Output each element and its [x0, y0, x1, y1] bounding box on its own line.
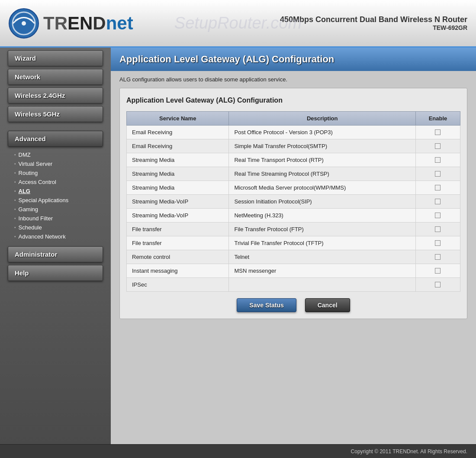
enable-checkbox[interactable]	[435, 199, 441, 204]
sidebar-help-button[interactable]: Help	[8, 265, 103, 281]
enable-checkbox[interactable]	[435, 171, 441, 177]
content-area: Application Level Gateway (ALG) Configur…	[111, 48, 476, 444]
enable-cell	[415, 278, 460, 292]
table-row: Streaming Media-VoIP NetMeeting (H.323)	[127, 209, 460, 223]
service-name-cell: Email Receiving	[127, 126, 229, 139]
sidebar-item-gaming[interactable]: • Gaming	[12, 205, 111, 214]
table-row: File transfer Trivial File Transfer Prot…	[127, 236, 460, 250]
enable-cell	[415, 153, 460, 167]
description-cell	[229, 278, 415, 292]
bullet-icon: •	[14, 198, 16, 203]
service-name-cell: Instant messaging	[127, 264, 229, 278]
table-row: IPSec	[127, 278, 460, 292]
table-row: Streaming Media Microsoft Media Server p…	[127, 181, 460, 195]
enable-checkbox[interactable]	[435, 226, 441, 232]
sidebar-item-inbound-filter-label: Inbound Filter	[19, 215, 53, 222]
bullet-icon: •	[14, 234, 16, 239]
logo-area: TR EN D n e t	[9, 8, 133, 39]
enable-checkbox[interactable]	[435, 157, 441, 163]
sidebar-item-inbound-filter[interactable]: • Inbound Filter	[12, 214, 111, 223]
table-row: Instant messaging MSN messenger	[127, 264, 460, 278]
bullet-icon: •	[14, 216, 16, 221]
service-name-cell: Streaming Media	[127, 167, 229, 181]
sidebar-item-alg-link[interactable]: ALG	[19, 188, 30, 194]
enable-cell	[415, 195, 460, 209]
service-name-cell: IPSec	[127, 278, 229, 292]
bullet-icon: •	[14, 152, 16, 157]
service-name-cell: Streaming Media-VoIP	[127, 209, 229, 223]
col-description: Description	[229, 112, 415, 126]
copyright-text: Copyright © 2011 TRENDnet. All Rights Re…	[351, 448, 467, 455]
enable-checkbox[interactable]	[435, 129, 441, 135]
sidebar-item-advanced-network-label: Advanced Network	[19, 233, 66, 240]
table-row: File transfer File Transfer Protocol (FT…	[127, 223, 460, 236]
enable-cell	[415, 181, 460, 195]
sidebar-item-advanced-network[interactable]: • Advanced Network	[12, 232, 111, 241]
enable-checkbox[interactable]	[435, 282, 441, 287]
sidebar-item-virtual-server[interactable]: • Virtual Server	[12, 159, 111, 168]
header-product-info: 450Mbps Concurrent Dual Band Wireless N …	[280, 15, 467, 31]
bullet-icon: •	[14, 225, 16, 230]
bullet-icon: •	[14, 189, 16, 194]
model-name: 450Mbps Concurrent Dual Band Wireless N …	[280, 15, 467, 24]
service-name-cell: File transfer	[127, 223, 229, 236]
sidebar-item-access-control-label: Access Control	[19, 179, 56, 185]
sidebar-item-special-applications[interactable]: • Special Applications	[12, 196, 111, 205]
sidebar-item-alg[interactable]: • ALG	[12, 187, 111, 196]
enable-checkbox[interactable]	[435, 240, 441, 246]
service-name-cell: Remote control	[127, 250, 229, 264]
bullet-icon: •	[14, 207, 16, 212]
enable-checkbox[interactable]	[435, 143, 441, 149]
description-cell: Real Time Transport Protocol (RTP)	[229, 153, 415, 167]
table-row: Streaming Media Real Time Transport Prot…	[127, 153, 460, 167]
sidebar-item-routing[interactable]: • Routing	[12, 168, 111, 177]
enable-checkbox[interactable]	[435, 254, 441, 260]
alg-table-card: Application Level Gateway (ALG) Configur…	[119, 88, 467, 319]
page-footer: Copyright © 2011 TRENDnet. All Rights Re…	[0, 444, 476, 458]
service-name-cell: Streaming Media	[127, 181, 229, 195]
description-cell: MSN messenger	[229, 264, 415, 278]
description-cell: Telnet	[229, 250, 415, 264]
enable-cell	[415, 223, 460, 236]
sidebar-advanced-items: • DMZ • Virtual Server • Routing • Acces…	[0, 149, 111, 242]
sidebar-wizard-button[interactable]: Wizard	[8, 50, 103, 66]
sidebar-item-special-apps-label: Special Applications	[19, 197, 69, 203]
cancel-button[interactable]: Cancel	[305, 298, 350, 312]
sidebar-wireless24-button[interactable]: Wireless 2.4GHz	[8, 87, 103, 103]
enable-cell	[415, 250, 460, 264]
page-header: TR EN D n e t SetupRouter.com 450Mbps Co…	[0, 0, 476, 48]
trendnet-logo-icon	[9, 8, 39, 39]
enable-cell	[415, 209, 460, 223]
sidebar-item-dmz-label: DMZ	[19, 152, 31, 158]
description-cell: Post Office Protocol - Version 3 (POP3)	[229, 126, 415, 139]
sidebar-wireless5-button[interactable]: Wireless 5GHz	[8, 106, 103, 122]
description-cell: Real Time Streaming Protocol (RTSP)	[229, 167, 415, 181]
sidebar-network-button[interactable]: Network	[8, 69, 103, 85]
table-row: Streaming Media-VoIP Session Initiation …	[127, 195, 460, 209]
description-cell: NetMeeting (H.323)	[229, 209, 415, 223]
page-title: Application Level Gateway (ALG) Configur…	[119, 54, 467, 65]
sidebar-item-dmz[interactable]: • DMZ	[12, 150, 111, 159]
sidebar-advanced-title[interactable]: Advanced	[8, 131, 103, 147]
sidebar-item-schedule[interactable]: • Schedule	[12, 223, 111, 232]
enable-checkbox[interactable]	[435, 213, 441, 218]
table-row: Remote control Telnet	[127, 250, 460, 264]
enable-checkbox[interactable]	[435, 185, 441, 190]
sidebar-item-virtual-server-label: Virtual Server	[19, 161, 53, 167]
sidebar-administrator-button[interactable]: Administrator	[8, 246, 103, 262]
enable-cell	[415, 236, 460, 250]
description-cell: File Transfer Protocol (FTP)	[229, 223, 415, 236]
service-name-cell: File transfer	[127, 236, 229, 250]
logo-brand-text: TR EN D n e t	[43, 13, 133, 34]
model-number: TEW-692GR	[280, 24, 467, 31]
content-header: Application Level Gateway (ALG) Configur…	[111, 48, 476, 71]
save-status-button[interactable]: Save Status	[237, 298, 296, 312]
enable-checkbox[interactable]	[435, 268, 441, 274]
service-name-cell: Streaming Media	[127, 153, 229, 167]
enable-cell	[415, 167, 460, 181]
sidebar-item-access-control[interactable]: • Access Control	[12, 177, 111, 187]
svg-point-2	[22, 21, 26, 26]
bullet-icon: •	[14, 171, 16, 175]
sidebar: Wizard Network Wireless 2.4GHz Wireless …	[0, 48, 111, 444]
description-cell: Session Initiation Protocol(SIP)	[229, 195, 415, 209]
